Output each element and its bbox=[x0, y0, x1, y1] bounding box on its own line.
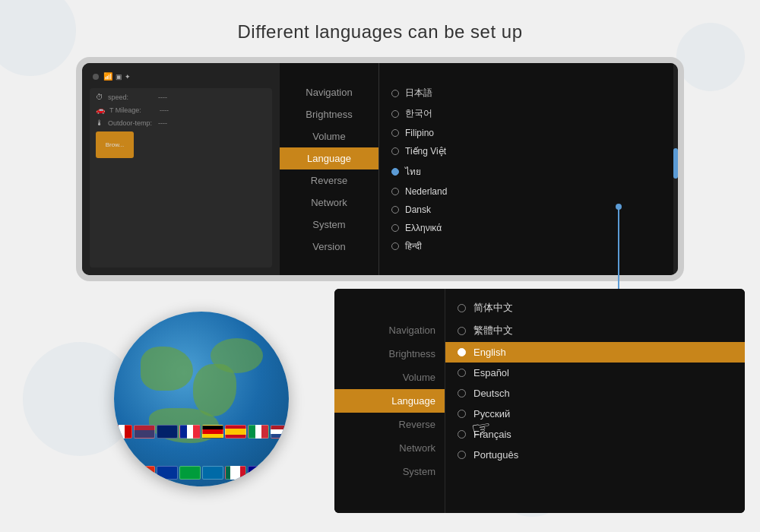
flag-australia bbox=[248, 466, 269, 480]
popup-lang-radio bbox=[458, 410, 466, 418]
lang-dutch[interactable]: Nederland bbox=[379, 182, 673, 201]
lang-radio bbox=[391, 242, 399, 250]
flag-usa bbox=[134, 425, 155, 439]
device-top-bar: 📶 ▣ ✦ bbox=[90, 71, 272, 82]
lang-japanese[interactable]: 日本語 bbox=[379, 83, 673, 103]
device-info-block: ⏱ speed: ---- 🚗 T Mileage: ---- 🌡 Outdoo… bbox=[90, 88, 272, 268]
menu-brightness[interactable]: Brightness bbox=[280, 103, 378, 125]
lang-vietnamese[interactable]: Tiếng Việt bbox=[379, 142, 673, 160]
lang-radio bbox=[391, 224, 399, 232]
device-left-panel: 📶 ▣ ✦ ⏱ speed: ---- 🚗 T Mileage: ---- 🌡 bbox=[82, 63, 280, 275]
popup-lang-traditional-chinese[interactable]: 繁體中文 bbox=[445, 319, 745, 342]
popup-lang-radio bbox=[458, 304, 466, 312]
menu-version[interactable]: Version bbox=[280, 236, 378, 258]
popup-panel: Navigation Brightness Volume Language Re… bbox=[334, 289, 745, 513]
lang-radio bbox=[391, 110, 399, 118]
flag-spain bbox=[225, 425, 246, 439]
popup-lang-german[interactable]: Deutsch bbox=[445, 383, 745, 404]
popup-menu-language[interactable]: Language bbox=[334, 389, 445, 413]
page-title: Different languages can be set up bbox=[0, 21, 760, 43]
flag-sweden bbox=[202, 466, 223, 480]
icon-bar: 📶 ▣ ✦ bbox=[103, 72, 131, 81]
menu-system[interactable]: System bbox=[280, 214, 378, 236]
flag-netherlands bbox=[271, 425, 289, 439]
info-row-mileage: 🚗 T Mileage: ---- bbox=[96, 106, 266, 114]
flag-japan bbox=[271, 466, 289, 480]
lang-radio bbox=[391, 206, 399, 214]
flag-brazil bbox=[179, 466, 201, 480]
menu-language[interactable]: Language bbox=[280, 147, 378, 169]
scrollbar[interactable] bbox=[673, 63, 678, 275]
popup-menu-navigation[interactable]: Navigation bbox=[334, 318, 445, 342]
popup-menu-reverse[interactable]: Reverse bbox=[334, 413, 445, 436]
menu-network[interactable]: Network bbox=[280, 192, 378, 214]
popup-lang-portuguese[interactable]: Português bbox=[445, 445, 745, 465]
popup-menu-network[interactable]: Network bbox=[334, 436, 445, 460]
top-device-panel: 📶 ▣ ✦ ⏱ speed: ---- 🚗 T Mileage: ---- 🌡 bbox=[76, 57, 684, 281]
lang-hindi[interactable]: हिन्दी bbox=[379, 237, 673, 255]
globe-section bbox=[76, 296, 327, 509]
popup-menu-volume[interactable]: Volume bbox=[334, 366, 445, 389]
scroll-thumb bbox=[673, 148, 678, 179]
device-language-list: 日本語 한국어 Filipino Tiếng Việt ไทย Nederlan… bbox=[378, 63, 673, 275]
mileage-icon: 🚗 bbox=[96, 106, 105, 114]
popup-lang-english[interactable]: English bbox=[445, 342, 745, 363]
lang-danish[interactable]: Dansk bbox=[379, 201, 673, 219]
menu-reverse[interactable]: Reverse bbox=[280, 169, 378, 192]
popup-lang-radio bbox=[458, 389, 466, 397]
lang-radio bbox=[391, 188, 399, 195]
popup-lang-radio bbox=[458, 369, 466, 377]
flag-italy bbox=[248, 425, 269, 439]
browse-button[interactable]: Brow... bbox=[96, 131, 134, 158]
popup-lang-russian[interactable]: Русский bbox=[445, 404, 745, 424]
popup-lang-radio bbox=[458, 430, 466, 439]
connector-line bbox=[618, 209, 619, 300]
menu-navigation[interactable]: Navigation bbox=[280, 81, 378, 103]
flag-russia bbox=[114, 466, 132, 480]
flag-china bbox=[134, 466, 155, 480]
popup-menu: Navigation Brightness Volume Language Re… bbox=[334, 289, 445, 513]
close-dot bbox=[93, 74, 99, 80]
popup-lang-simplified-chinese[interactable]: 简体中文 bbox=[445, 296, 745, 319]
lang-radio-selected bbox=[391, 168, 399, 176]
popup-lang-radio bbox=[458, 327, 466, 335]
device-inner: 📶 ▣ ✦ ⏱ speed: ---- 🚗 T Mileage: ---- 🌡 bbox=[82, 63, 678, 275]
globe-visual bbox=[114, 312, 289, 486]
popup-lang-radio-selected bbox=[458, 348, 466, 356]
popup-language-list: 简体中文 繁體中文 English Español Deutsch Русски… bbox=[445, 289, 745, 513]
flag-mexico bbox=[225, 466, 246, 480]
globe-flags bbox=[114, 410, 289, 486]
flag-germany bbox=[202, 425, 223, 439]
info-row-temp: 🌡 Outdoor-temp: ---- bbox=[96, 119, 266, 127]
popup-lang-radio bbox=[458, 451, 466, 459]
flag-eu bbox=[157, 466, 178, 480]
temp-icon: 🌡 bbox=[96, 119, 103, 127]
bt-icon: ▣ ✦ bbox=[116, 73, 131, 81]
lang-radio bbox=[391, 90, 399, 97]
device-menu: Navigation Brightness Volume Language Re… bbox=[280, 63, 378, 275]
popup-lang-spanish[interactable]: Español bbox=[445, 363, 745, 383]
lang-greek[interactable]: Ελληνικά bbox=[379, 219, 673, 237]
lang-radio bbox=[391, 129, 399, 137]
flag-uk bbox=[157, 425, 178, 439]
speed-icon: ⏱ bbox=[96, 93, 103, 101]
flag-france bbox=[179, 425, 201, 439]
popup-lang-french[interactable]: Français bbox=[445, 424, 745, 445]
flag-canada bbox=[114, 425, 132, 439]
popup-menu-brightness[interactable]: Brightness bbox=[334, 342, 445, 366]
lang-radio bbox=[391, 147, 399, 155]
lang-korean[interactable]: 한국어 bbox=[379, 103, 673, 124]
popup-menu-system[interactable]: System bbox=[334, 460, 445, 483]
wifi-icon: 📶 bbox=[103, 72, 112, 81]
lang-filipino[interactable]: Filipino bbox=[379, 124, 673, 142]
menu-volume[interactable]: Volume bbox=[280, 125, 378, 147]
info-row-speed: ⏱ speed: ---- bbox=[96, 93, 266, 101]
lang-thai[interactable]: ไทย bbox=[379, 160, 673, 182]
